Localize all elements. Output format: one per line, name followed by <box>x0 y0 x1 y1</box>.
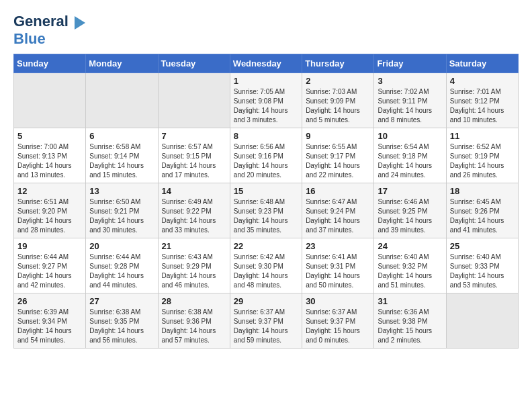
calendar-cell <box>14 73 86 128</box>
day-info: Sunrise: 7:00 AMSunset: 9:13 PMDaylight:… <box>17 142 82 180</box>
calendar-cell: 4Sunrise: 7:01 AMSunset: 9:12 PMDaylight… <box>446 73 518 128</box>
day-number: 16 <box>306 186 370 196</box>
day-info: Sunrise: 6:38 AMSunset: 9:36 PMDaylight:… <box>162 308 226 345</box>
calendar-week-row: 1Sunrise: 7:05 AMSunset: 9:08 PMDaylight… <box>14 73 519 128</box>
day-info: Sunrise: 6:56 AMSunset: 9:16 PMDaylight:… <box>234 142 298 180</box>
calendar-cell: 16Sunrise: 6:47 AMSunset: 9:24 PMDayligh… <box>302 183 374 238</box>
day-number: 13 <box>89 186 154 196</box>
calendar-cell: 22Sunrise: 6:42 AMSunset: 9:30 PMDayligh… <box>230 238 302 293</box>
logo-arrow-icon <box>75 16 85 30</box>
calendar-cell: 5Sunrise: 7:00 AMSunset: 9:13 PMDaylight… <box>14 128 86 183</box>
day-info: Sunrise: 6:38 AMSunset: 9:35 PMDaylight:… <box>89 308 154 345</box>
calendar-week-row: 26Sunrise: 6:39 AMSunset: 9:34 PMDayligh… <box>14 293 519 349</box>
calendar-week-row: 19Sunrise: 6:44 AMSunset: 9:27 PMDayligh… <box>14 238 519 293</box>
calendar-cell: 13Sunrise: 6:50 AMSunset: 9:21 PMDayligh… <box>86 183 158 238</box>
day-info: Sunrise: 6:50 AMSunset: 9:21 PMDaylight:… <box>89 197 154 235</box>
day-number: 15 <box>234 186 298 196</box>
calendar-week-row: 5Sunrise: 7:00 AMSunset: 9:13 PMDaylight… <box>14 128 519 183</box>
day-number: 21 <box>162 241 226 251</box>
calendar-cell: 27Sunrise: 6:38 AMSunset: 9:35 PMDayligh… <box>86 293 158 349</box>
calendar-cell: 14Sunrise: 6:49 AMSunset: 9:22 PMDayligh… <box>158 183 230 238</box>
day-info: Sunrise: 6:46 AMSunset: 9:25 PMDaylight:… <box>378 197 442 235</box>
calendar-cell: 30Sunrise: 6:37 AMSunset: 9:37 PMDayligh… <box>302 293 374 349</box>
calendar-cell: 6Sunrise: 6:58 AMSunset: 9:14 PMDaylight… <box>86 128 158 183</box>
day-number: 26 <box>17 296 82 306</box>
day-number: 10 <box>378 131 442 141</box>
calendar-cell: 23Sunrise: 6:41 AMSunset: 9:31 PMDayligh… <box>302 238 374 293</box>
day-info: Sunrise: 6:57 AMSunset: 9:15 PMDaylight:… <box>162 142 226 180</box>
day-number: 19 <box>17 241 82 251</box>
day-number: 4 <box>450 76 515 86</box>
calendar-cell: 20Sunrise: 6:44 AMSunset: 9:28 PMDayligh… <box>86 238 158 293</box>
day-number: 22 <box>234 241 298 251</box>
day-number: 18 <box>450 186 515 196</box>
calendar-cell <box>446 293 518 349</box>
day-info: Sunrise: 6:36 AMSunset: 9:38 PMDaylight:… <box>378 308 442 345</box>
day-info: Sunrise: 6:47 AMSunset: 9:24 PMDaylight:… <box>306 197 370 235</box>
calendar-cell: 24Sunrise: 6:40 AMSunset: 9:32 PMDayligh… <box>374 238 446 293</box>
day-number: 28 <box>162 296 226 306</box>
calendar-cell: 29Sunrise: 6:37 AMSunset: 9:37 PMDayligh… <box>230 293 302 349</box>
day-info: Sunrise: 7:05 AMSunset: 9:08 PMDaylight:… <box>234 87 298 125</box>
day-info: Sunrise: 6:49 AMSunset: 9:22 PMDaylight:… <box>162 197 226 235</box>
calendar-cell: 12Sunrise: 6:51 AMSunset: 9:20 PMDayligh… <box>14 183 86 238</box>
day-info: Sunrise: 6:40 AMSunset: 9:33 PMDaylight:… <box>450 253 515 290</box>
calendar-week-row: 12Sunrise: 6:51 AMSunset: 9:20 PMDayligh… <box>14 183 519 238</box>
day-number: 25 <box>450 241 515 251</box>
day-info: Sunrise: 6:37 AMSunset: 9:37 PMDaylight:… <box>234 308 298 345</box>
day-info: Sunrise: 7:01 AMSunset: 9:12 PMDaylight:… <box>450 87 515 125</box>
day-info: Sunrise: 6:40 AMSunset: 9:32 PMDaylight:… <box>378 253 442 290</box>
day-info: Sunrise: 6:51 AMSunset: 9:20 PMDaylight:… <box>17 197 82 235</box>
day-number: 14 <box>162 186 226 196</box>
calendar-cell: 26Sunrise: 6:39 AMSunset: 9:34 PMDayligh… <box>14 293 86 349</box>
weekday-header: Thursday <box>302 54 374 73</box>
day-number: 9 <box>306 131 370 141</box>
day-info: Sunrise: 6:48 AMSunset: 9:23 PMDaylight:… <box>234 197 298 235</box>
day-info: Sunrise: 6:43 AMSunset: 9:29 PMDaylight:… <box>162 253 226 290</box>
calendar-cell: 2Sunrise: 7:03 AMSunset: 9:09 PMDaylight… <box>302 73 374 128</box>
day-number: 12 <box>17 186 82 196</box>
day-info: Sunrise: 6:52 AMSunset: 9:19 PMDaylight:… <box>450 142 515 180</box>
calendar-cell: 15Sunrise: 6:48 AMSunset: 9:23 PMDayligh… <box>230 183 302 238</box>
calendar-cell <box>86 73 158 128</box>
day-info: Sunrise: 6:45 AMSunset: 9:26 PMDaylight:… <box>450 197 515 235</box>
calendar-cell: 18Sunrise: 6:45 AMSunset: 9:26 PMDayligh… <box>446 183 518 238</box>
day-info: Sunrise: 6:44 AMSunset: 9:27 PMDaylight:… <box>17 253 82 290</box>
calendar-cell: 31Sunrise: 6:36 AMSunset: 9:38 PMDayligh… <box>374 293 446 349</box>
logo-text: General <box>13 13 85 31</box>
day-number: 24 <box>378 241 442 251</box>
calendar-header: SundayMondayTuesdayWednesdayThursdayFrid… <box>14 54 519 73</box>
day-number: 7 <box>162 131 226 141</box>
calendar-cell: 1Sunrise: 7:05 AMSunset: 9:08 PMDaylight… <box>230 73 302 128</box>
calendar-cell: 9Sunrise: 6:55 AMSunset: 9:17 PMDaylight… <box>302 128 374 183</box>
calendar-cell: 3Sunrise: 7:02 AMSunset: 9:11 PMDaylight… <box>374 73 446 128</box>
day-info: Sunrise: 7:03 AMSunset: 9:09 PMDaylight:… <box>306 87 370 125</box>
weekday-header: Friday <box>374 54 446 73</box>
day-number: 11 <box>450 131 515 141</box>
calendar-cell: 7Sunrise: 6:57 AMSunset: 9:15 PMDaylight… <box>158 128 230 183</box>
day-info: Sunrise: 6:41 AMSunset: 9:31 PMDaylight:… <box>306 253 370 290</box>
logo-blue: Blue <box>13 31 85 47</box>
day-number: 17 <box>378 186 442 196</box>
header-row: SundayMondayTuesdayWednesdayThursdayFrid… <box>14 54 519 73</box>
calendar-cell: 25Sunrise: 6:40 AMSunset: 9:33 PMDayligh… <box>446 238 518 293</box>
logo-general: General <box>13 13 69 30</box>
page-header: General Blue <box>13 13 519 47</box>
day-number: 2 <box>306 76 370 86</box>
weekday-header: Tuesday <box>158 54 230 73</box>
day-number: 23 <box>306 241 370 251</box>
logo: General Blue <box>13 13 85 47</box>
day-number: 31 <box>378 296 442 306</box>
calendar-body: 1Sunrise: 7:05 AMSunset: 9:08 PMDaylight… <box>14 73 519 349</box>
day-number: 8 <box>234 131 298 141</box>
weekday-header: Monday <box>86 54 158 73</box>
day-number: 30 <box>306 296 370 306</box>
day-number: 20 <box>89 241 154 251</box>
calendar-cell: 19Sunrise: 6:44 AMSunset: 9:27 PMDayligh… <box>14 238 86 293</box>
day-info: Sunrise: 6:37 AMSunset: 9:37 PMDaylight:… <box>306 308 370 345</box>
day-number: 3 <box>378 76 442 86</box>
weekday-header: Saturday <box>446 54 518 73</box>
day-info: Sunrise: 6:55 AMSunset: 9:17 PMDaylight:… <box>306 142 370 180</box>
calendar-cell: 10Sunrise: 6:54 AMSunset: 9:18 PMDayligh… <box>374 128 446 183</box>
day-info: Sunrise: 7:02 AMSunset: 9:11 PMDaylight:… <box>378 87 442 125</box>
